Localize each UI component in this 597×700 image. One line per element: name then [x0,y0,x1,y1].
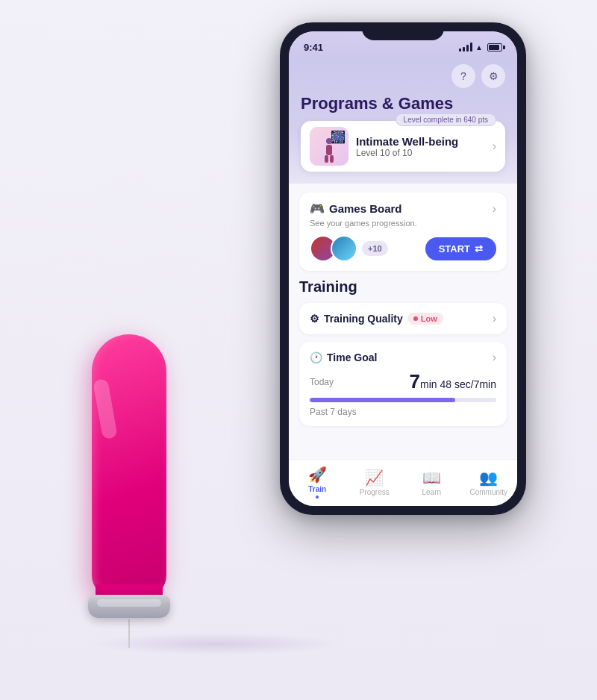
progress-icon: 📈 [365,469,384,480]
app-header: ? ⚙ Programs & Games Level complete in 6… [289,58,517,184]
level-badge: Level complete in 640 pts [396,113,496,126]
status-time: 9:41 [304,42,323,53]
bottom-nav: 🚀 Train 📈 Progress 📖 Learn 👥 Comm [289,459,517,479]
games-board-card[interactable]: 🎮 Games Board › See your games progressi… [299,193,507,271]
time-goal-card[interactable]: 🕐 Time Goal › Today 7min 48 sec/7min [299,342,507,426]
status-icons: ▲ [459,43,502,51]
today-progress-fill [310,398,455,402]
game-avatars [310,235,357,262]
training-title: Training [299,278,507,296]
past-label: Past 7 days [310,407,496,417]
wellbeing-figure-icon [320,137,338,164]
wellbeing-info: Intimate Well-being Level 10 of 10 [356,135,485,158]
phone: 9:41 ▲ [280,22,526,515]
time-goal-row: 🕐 Time Goal › [310,351,496,364]
svg-rect-2 [325,155,328,163]
today-label: Today [310,377,334,387]
start-button-label: START [439,243,470,254]
svg-rect-1 [326,145,332,155]
battery-icon [487,43,502,51]
time-goal-chevron-icon: › [493,351,496,364]
shuffle-icon: ⇄ [475,243,483,254]
nav-item-learn[interactable]: 📖 Learn [410,469,452,480]
wellbeing-chevron-icon: › [493,140,496,153]
game-avatar-2 [331,235,357,262]
svg-rect-3 [330,155,334,163]
page-title: Programs & Games [301,94,505,113]
games-board-title: Games Board [329,202,402,215]
today-big-num: 7 [410,370,420,393]
training-quality-text: Training Quality [324,313,403,325]
wellbeing-inner: 🎆 Intimate Well-being [310,127,496,166]
training-quality-row: ⚙ Training Quality Low › [310,312,496,325]
learn-icon: 📖 [422,469,441,480]
phone-notch [362,22,444,40]
signal-bars-icon [459,43,472,51]
games-board-chevron-icon: › [493,202,496,216]
start-button[interactable]: START ⇄ [425,237,496,260]
nav-item-progress[interactable]: 📈 Progress [354,469,396,480]
device-base [88,595,170,618]
nav-item-train[interactable]: 🚀 Train [296,466,338,479]
device-cable [128,619,130,648]
training-quality-label: ⚙ Training Quality Low [310,313,443,325]
plus-badge: +10 [362,241,388,256]
scene: 9:41 ▲ [0,0,597,700]
games-board-icon: 🎮 [310,201,325,216]
today-seconds: 48 sec/7min [440,378,496,390]
phone-screen: 9:41 ▲ [289,31,517,506]
training-quality-chevron-icon: › [493,312,496,325]
game-avatars-row: +10 [310,235,388,262]
wellbeing-card[interactable]: Level complete in 640 pts 🎆 [301,121,505,172]
nav-item-community[interactable]: 👥 Community [468,469,510,480]
wifi-icon: ▲ [475,43,483,51]
today-time: 7min 48 sec/7min [410,370,496,393]
train-icon: 🚀 [308,466,327,479]
today-row: Today 7min 48 sec/7min [310,370,496,393]
wellbeing-image: 🎆 [310,127,348,166]
quality-badge: Low [407,313,443,325]
today-progress-bar [310,398,496,402]
app-content: 🎮 Games Board › See your games progressi… [289,184,517,479]
training-quality-icon: ⚙ [310,313,319,325]
device [81,334,178,648]
community-icon: 👥 [479,469,498,480]
quality-badge-label: Low [421,314,437,323]
wellbeing-title: Intimate Well-being [356,135,485,148]
time-goal-icon: 🕐 [310,351,322,363]
app-body: 9:41 ▲ [289,31,517,479]
games-board-header: 🎮 Games Board › [310,201,496,216]
settings-button[interactable]: ⚙ [481,64,505,88]
svg-point-0 [326,138,332,144]
help-button[interactable]: ? [451,64,475,88]
time-goal-text: Time Goal [327,351,377,363]
games-board-subtitle: See your games progression. [310,219,496,228]
quality-dot [413,316,418,321]
device-body [92,334,166,598]
training-quality-card[interactable]: ⚙ Training Quality Low › [299,303,507,334]
wellbeing-level: Level 10 of 10 [356,148,485,158]
games-row: +10 START ⇄ [310,235,496,262]
games-board-title-row: 🎮 Games Board [310,201,402,216]
time-goal-label: 🕐 Time Goal [310,351,377,363]
today-min-unit: min [420,378,437,390]
app-header-top: ? ⚙ [301,64,505,88]
